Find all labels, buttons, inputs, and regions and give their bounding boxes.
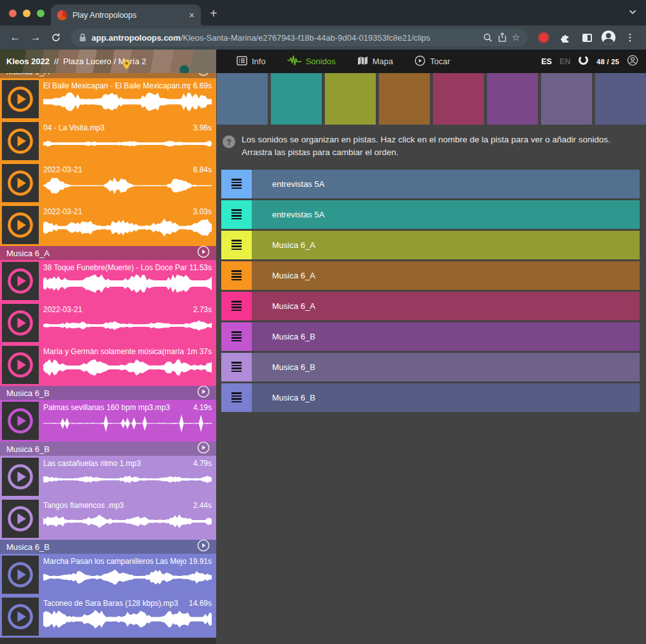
nav-item-mapa[interactable]: Mapa bbox=[348, 50, 402, 73]
section-header[interactable]: Musica 6_A bbox=[0, 73, 216, 78]
track-row[interactable]: entrevistas 5A bbox=[221, 200, 640, 229]
section-play-icon[interactable] bbox=[197, 540, 210, 554]
clip-play-button[interactable] bbox=[2, 500, 39, 538]
color-swatch-6[interactable] bbox=[487, 73, 538, 125]
section-play-icon[interactable] bbox=[197, 386, 210, 400]
info-list-icon bbox=[237, 56, 247, 67]
help-row: ? Los sonidos se organizan en pistas. Ha… bbox=[216, 125, 646, 166]
clip-play-button[interactable] bbox=[2, 346, 39, 384]
color-swatch-1[interactable] bbox=[217, 73, 268, 125]
reload-button[interactable] bbox=[47, 32, 65, 43]
color-swatch-8[interactable] bbox=[595, 73, 646, 125]
clip-play-button[interactable] bbox=[2, 122, 39, 160]
clip-play-button[interactable] bbox=[2, 458, 39, 496]
new-tab-button[interactable]: + bbox=[210, 6, 217, 21]
track-bar[interactable]: Musica 6_B bbox=[252, 353, 640, 381]
close-window-button[interactable] bbox=[9, 10, 17, 17]
waveform[interactable] bbox=[43, 512, 212, 531]
address-bar[interactable]: app.antropoloops.com/Kleos-Santa-Marina/… bbox=[71, 29, 528, 46]
zoom-page-icon[interactable] bbox=[483, 33, 493, 43]
account-icon[interactable] bbox=[627, 55, 638, 69]
minimize-window-button[interactable] bbox=[23, 10, 31, 17]
track-drag-handle[interactable] bbox=[221, 353, 252, 381]
clip-play-button[interactable] bbox=[2, 80, 39, 118]
clip-body: 2022-03-21 3.03s bbox=[43, 206, 214, 244]
track-bar[interactable]: entrevistas 5A bbox=[252, 170, 640, 198]
clip-play-button[interactable] bbox=[2, 402, 39, 440]
color-swatch-7[interactable] bbox=[541, 73, 592, 125]
waveform[interactable] bbox=[43, 568, 212, 587]
track-bar[interactable]: Musica 6_A bbox=[252, 231, 640, 259]
waveform[interactable] bbox=[43, 414, 212, 433]
track-row[interactable]: Musica 6_A bbox=[221, 231, 640, 259]
lang-es-button[interactable]: ES bbox=[541, 57, 552, 66]
browser-tab[interactable]: Play Antropoloops × bbox=[51, 4, 201, 25]
track-drag-handle[interactable] bbox=[221, 261, 252, 290]
nav-item-tocar[interactable]: Tocar bbox=[406, 50, 459, 73]
clip-play-button[interactable] bbox=[2, 206, 39, 244]
track-drag-handle[interactable] bbox=[221, 322, 252, 351]
waveform[interactable] bbox=[43, 176, 212, 195]
track-row[interactable]: Musica 6_B bbox=[221, 383, 640, 412]
forward-button[interactable]: → bbox=[27, 31, 45, 44]
share-icon[interactable] bbox=[498, 32, 507, 43]
track-bar[interactable]: Musica 6_A bbox=[252, 292, 640, 320]
track-bar[interactable]: Musica 6_B bbox=[252, 322, 640, 351]
url-text: app.antropoloops.com/Kleos-Santa-Marina/… bbox=[92, 33, 478, 43]
color-swatch-4[interactable] bbox=[379, 73, 430, 125]
nav-label: Info bbox=[252, 57, 266, 66]
tab-close-icon[interactable]: × bbox=[189, 10, 195, 20]
track-bar[interactable]: Musica 6_A bbox=[252, 261, 640, 290]
zoom-window-button[interactable] bbox=[37, 10, 45, 17]
section-header[interactable]: Musica 6_B bbox=[0, 442, 216, 456]
clip-play-button[interactable] bbox=[2, 556, 39, 594]
section-name: Musica 6_B bbox=[6, 388, 192, 398]
section-header[interactable]: Musica 6_B bbox=[0, 540, 216, 554]
color-swatch-3[interactable] bbox=[325, 73, 376, 125]
track-drag-handle[interactable] bbox=[221, 170, 252, 198]
track-drag-handle[interactable] bbox=[221, 292, 252, 320]
clip-play-button[interactable] bbox=[2, 262, 39, 300]
section-play-icon[interactable] bbox=[197, 442, 210, 456]
track-bar[interactable]: Musica 6_B bbox=[252, 383, 640, 412]
waveform[interactable] bbox=[43, 274, 212, 293]
recorder-extension-icon[interactable] bbox=[534, 33, 553, 42]
lang-en-button[interactable]: EN bbox=[560, 57, 570, 66]
nav-item-sonidos[interactable]: Sonidos bbox=[278, 50, 345, 73]
header-map-thumbnail[interactable]: Kleos 2022 // Plaza Lucero / María 2 bbox=[0, 50, 216, 73]
section-play-icon[interactable] bbox=[197, 73, 210, 78]
clip-play-button[interactable] bbox=[2, 598, 39, 636]
waveform[interactable] bbox=[43, 134, 212, 153]
extensions-puzzle-icon[interactable] bbox=[556, 32, 575, 43]
waveform[interactable] bbox=[43, 218, 212, 237]
section-header[interactable]: Musica 6_A bbox=[0, 246, 216, 260]
browser-menu-icon[interactable]: ⋮ bbox=[621, 32, 640, 43]
waveform[interactable] bbox=[43, 470, 212, 489]
track-row[interactable]: Musica 6_A bbox=[221, 261, 640, 290]
track-row[interactable]: Musica 6_B bbox=[221, 322, 640, 351]
back-button[interactable]: ← bbox=[6, 31, 24, 44]
section-header[interactable]: Musica 6_B bbox=[0, 386, 216, 400]
waveform[interactable] bbox=[43, 92, 212, 111]
clip-title: 2022-03-21 bbox=[43, 305, 191, 314]
color-swatch-5[interactable] bbox=[433, 73, 484, 125]
profile-avatar[interactable] bbox=[599, 31, 618, 45]
waveform[interactable] bbox=[43, 316, 212, 335]
waveform[interactable] bbox=[43, 358, 212, 377]
color-swatch-2[interactable] bbox=[271, 73, 322, 125]
nav-item-info[interactable]: Info bbox=[228, 50, 275, 73]
clip-play-button[interactable] bbox=[2, 164, 39, 202]
track-bar[interactable]: entrevistas 5A bbox=[252, 200, 640, 229]
track-drag-handle[interactable] bbox=[221, 383, 252, 412]
waveform[interactable] bbox=[43, 610, 212, 629]
track-row[interactable]: Musica 6_A bbox=[221, 292, 640, 320]
track-drag-handle[interactable] bbox=[221, 200, 252, 229]
track-row[interactable]: entrevistas 5A bbox=[221, 170, 640, 198]
track-drag-handle[interactable] bbox=[221, 231, 252, 259]
section-play-icon[interactable] bbox=[197, 246, 210, 260]
bookmark-star-icon[interactable]: ☆ bbox=[512, 32, 520, 43]
clip-play-button[interactable] bbox=[2, 304, 39, 342]
sidepanel-icon[interactable] bbox=[577, 33, 596, 43]
track-row[interactable]: Musica 6_B bbox=[221, 353, 640, 381]
tab-search-chevron-icon[interactable] bbox=[628, 8, 637, 19]
